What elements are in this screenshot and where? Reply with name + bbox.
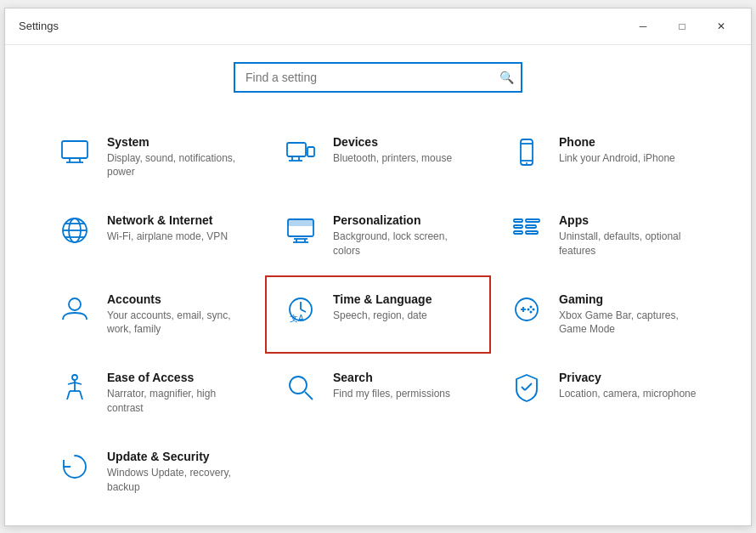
accounts-icon — [54, 294, 95, 325]
setting-item-timelanguage[interactable]: 文A Time & Language Speech, region, date — [265, 275, 491, 354]
system-text: System Display, sound, notifications, po… — [107, 135, 246, 180]
network-text: Network & Internet Wi-Fi, airplane mode,… — [107, 213, 228, 244]
phone-text: Phone Link your Android, iPhone — [559, 135, 675, 166]
setting-item-devices[interactable]: Devices Bluetooth, printers, mouse — [265, 118, 491, 197]
gaming-desc: Xbox Game Bar, captures, Game Mode — [559, 309, 698, 337]
svg-point-41 — [528, 308, 530, 310]
personalization-text: Personalization Background, lock screen,… — [333, 213, 472, 258]
network-desc: Wi-Fi, airplane mode, VPN — [107, 230, 228, 244]
updatesecurity-text: Update & Security Windows Update, recove… — [107, 450, 246, 495]
search-text: Search Find my files, permissions — [333, 371, 450, 401]
svg-rect-29 — [526, 231, 538, 234]
minimize-button[interactable]: ─ — [623, 14, 663, 39]
search-bar-wrapper: 🔍 — [39, 62, 717, 93]
timelanguage-desc: Speech, region, date — [333, 309, 432, 323]
personalization-title: Personalization — [333, 213, 472, 227]
personalization-icon — [280, 215, 321, 246]
setting-item-updatesecurity[interactable]: Update & Security Windows Update, recove… — [39, 433, 265, 512]
apps-title: Apps — [559, 213, 698, 227]
svg-point-30 — [69, 298, 81, 310]
devices-icon — [280, 137, 321, 167]
system-icon — [54, 137, 95, 167]
privacy-text: Privacy Location, camera, microphone — [559, 371, 696, 401]
svg-rect-26 — [514, 231, 522, 234]
phone-icon — [506, 137, 547, 167]
svg-point-46 — [290, 377, 307, 394]
svg-point-42 — [72, 375, 77, 380]
phone-desc: Link your Android, iPhone — [559, 151, 675, 166]
svg-line-47 — [305, 392, 313, 400]
easeofaccess-icon — [54, 372, 95, 403]
svg-point-39 — [533, 308, 535, 310]
updatesecurity-icon — [54, 451, 95, 482]
svg-rect-5 — [307, 147, 314, 156]
svg-line-45 — [80, 391, 82, 400]
network-title: Network & Internet — [107, 213, 228, 227]
setting-item-accounts[interactable]: Accounts Your accounts, email, sync, wor… — [39, 275, 265, 354]
setting-item-personalization[interactable]: Personalization Background, lock screen,… — [265, 196, 491, 275]
search-title: Search — [333, 371, 450, 384]
easeofaccess-desc: Narrator, magnifier, high contrast — [107, 387, 246, 416]
updatesecurity-title: Update & Security — [107, 450, 246, 463]
search-container: 🔍 — [234, 62, 522, 93]
phone-title: Phone — [559, 135, 675, 149]
network-icon — [54, 215, 95, 246]
svg-rect-24 — [514, 219, 522, 222]
window-controls: ─ □ ✕ — [623, 14, 741, 39]
devices-text: Devices Bluetooth, printers, mouse — [333, 135, 452, 166]
privacy-desc: Location, camera, microphone — [559, 387, 696, 401]
setting-item-privacy[interactable]: Privacy Location, camera, microphone — [491, 354, 717, 433]
setting-item-network[interactable]: Network & Internet Wi-Fi, airplane mode,… — [39, 196, 265, 275]
easeofaccess-title: Ease of Access — [107, 371, 246, 384]
gaming-text: Gaming Xbox Game Bar, captures, Game Mod… — [559, 292, 698, 337]
svg-line-33 — [301, 309, 306, 312]
svg-rect-4 — [287, 143, 306, 156]
svg-rect-25 — [514, 225, 522, 228]
apps-desc: Uninstall, defaults, optional features — [559, 230, 698, 258]
devices-desc: Bluetooth, printers, mouse — [333, 151, 452, 166]
setting-item-easeofaccess[interactable]: Ease of Access Narrator, magnifier, high… — [39, 354, 265, 433]
settings-grid: System Display, sound, notifications, po… — [39, 118, 717, 512]
system-title: System — [107, 135, 246, 149]
svg-line-44 — [67, 391, 70, 400]
window-title: Settings — [19, 20, 59, 32]
svg-rect-28 — [526, 225, 536, 228]
search-input[interactable] — [234, 62, 522, 93]
settings-window: Settings ─ □ ✕ 🔍 System Display, sound, … — [4, 8, 752, 526]
svg-point-38 — [530, 305, 533, 308]
updatesecurity-desc: Windows Update, recovery, backup — [107, 466, 246, 495]
timelanguage-icon: 文A — [280, 294, 321, 325]
devices-title: Devices — [333, 135, 452, 149]
easeofaccess-text: Ease of Access Narrator, magnifier, high… — [107, 371, 246, 416]
accounts-title: Accounts — [107, 292, 246, 306]
privacy-title: Privacy — [559, 371, 696, 384]
accounts-desc: Your accounts, email, sync, work, family — [107, 309, 246, 337]
svg-rect-27 — [526, 219, 539, 222]
svg-point-12 — [526, 162, 528, 164]
setting-item-search[interactable]: Search Find my files, permissions — [265, 354, 491, 433]
maximize-button[interactable]: □ — [663, 14, 702, 39]
setting-item-system[interactable]: System Display, sound, notifications, po… — [39, 118, 265, 197]
privacy-icon — [506, 372, 547, 403]
svg-rect-0 — [62, 141, 87, 158]
gaming-title: Gaming — [559, 292, 698, 306]
system-desc: Display, sound, notifications, power — [107, 151, 246, 180]
setting-item-gaming[interactable]: Gaming Xbox Game Bar, captures, Game Mod… — [491, 275, 717, 354]
accounts-text: Accounts Your accounts, email, sync, wor… — [107, 292, 246, 337]
setting-item-phone[interactable]: Phone Link your Android, iPhone — [491, 118, 717, 197]
svg-line-49 — [525, 383, 532, 390]
apps-text: Apps Uninstall, defaults, optional featu… — [559, 213, 698, 258]
timelanguage-text: Time & Language Speech, region, date — [333, 292, 432, 323]
close-button[interactable]: ✕ — [702, 14, 741, 39]
gaming-icon — [506, 294, 547, 325]
setting-item-apps[interactable]: Apps Uninstall, defaults, optional featu… — [491, 196, 717, 275]
svg-point-40 — [530, 310, 533, 313]
personalization-desc: Background, lock screen, colors — [333, 230, 472, 258]
svg-text:文A: 文A — [290, 314, 304, 323]
svg-rect-19 — [288, 219, 313, 226]
timelanguage-title: Time & Language — [333, 292, 432, 306]
content-area: 🔍 System Display, sound, notifications, … — [5, 45, 751, 525]
search-desc: Find my files, permissions — [333, 387, 450, 401]
apps-icon — [506, 215, 547, 246]
search-icon — [280, 372, 321, 403]
